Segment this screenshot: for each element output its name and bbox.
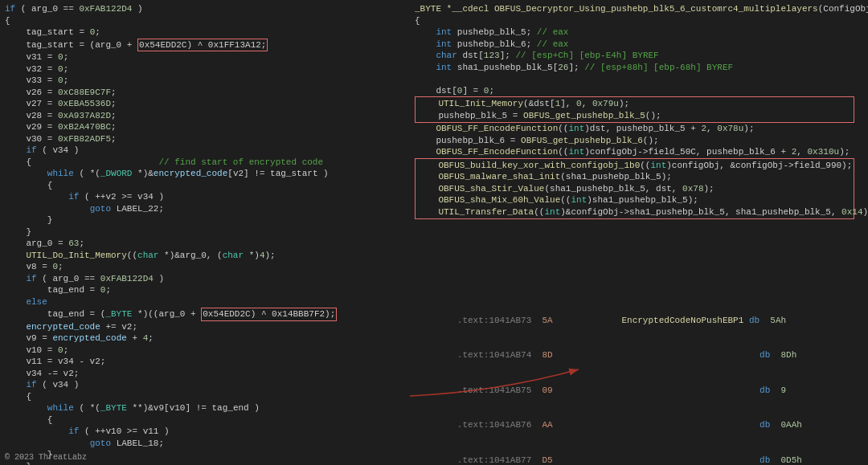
asm-line: .text:1041AB77 D5 db 0D5h [415, 443, 863, 465]
code-line: while ( *(_BYTE **)&v9[v10] != tag_end ) [5, 402, 405, 414]
code-line: v30 = 0xFB82ADF5; [5, 133, 405, 145]
code-line: v11 = v34 - v2; [5, 356, 405, 368]
code-line: dst[0] = 0; [415, 85, 863, 97]
code-line: OBFUS_sha_Stir_Value(sha1_pushebp_blk_5,… [417, 183, 852, 195]
code-line: tag_end = (_BYTE *)((arg_0 + 0x54EDD2C) … [5, 308, 405, 321]
code-line: OBFUS_malware_sha1_init(sha1_pushebp_blk… [417, 171, 852, 183]
code-line: v28 = 0xA937A82D; [5, 110, 405, 122]
code-line: if ( v34 ) [5, 145, 405, 157]
right-panel: _BYTE *__cdecl OBFUS_Decryptor_Using_pus… [410, 0, 868, 465]
code-line: v32 = 0; [5, 63, 405, 75]
highlight-block-1: UTIL_Init_Memory(&dst[1], 0, 0x79u); pus… [415, 96, 854, 123]
asm-line: .text:1041AB76 AA db 0AAh [415, 408, 863, 443]
code-line: v29 = 0xB2A470BC; [5, 121, 405, 133]
code-line: { [415, 15, 863, 27]
asm-line: .text:1041AB73 5A EncryptedCodeNoPushEBP… [415, 303, 863, 338]
code-line: else [5, 296, 405, 308]
code-line: v8 = 0; [5, 261, 405, 273]
right-top-code: _BYTE *__cdecl OBFUS_Decryptor_Using_pus… [415, 3, 863, 219]
code-line: } [5, 214, 405, 226]
code-line: { [5, 414, 405, 426]
code-line: while ( *(_DWORD *)&encrypted_code[v2] !… [5, 168, 405, 180]
code-line: int pushebp_blk_6; // eax [415, 39, 863, 51]
code-line [415, 73, 863, 85]
code-line: v31 = 0; [5, 51, 405, 63]
code-line: OBFUS_sha_Mix_60h_Value((int)sha1_pusheb… [417, 194, 852, 206]
code-line: UTIL_Transfer_Data((int)&configObj->sha1… [417, 206, 852, 218]
code-line: tag_start = (arg_0 + 0x54EDD2C) ^ 0x1FF1… [5, 39, 405, 52]
code-line: tag_end = 0; [5, 284, 405, 296]
code-line: UTIL_Do_Init_Memory((char *)&arg_0, (cha… [5, 250, 405, 262]
code-line: int pushebp_blk_5; // eax [415, 27, 863, 39]
code-line: _BYTE *__cdecl OBFUS_Decryptor_Using_pus… [415, 3, 863, 15]
asm-line: .text:1041AB75 09 db 9 [415, 373, 863, 408]
footer-copyright: © 2023 ThreatLabz [5, 453, 87, 462]
code-line: { [5, 15, 405, 27]
code-line: pushebp_blk_6 = OBFUS_get_pushebp_blk_6(… [415, 135, 863, 147]
code-line: { [5, 180, 405, 192]
asm-line: .text:1041AB74 8D db 8Dh [415, 338, 863, 373]
code-line: OBFUS_build_key_xor_with_configobj_1b0((… [417, 160, 852, 172]
code-line: v34 -= v2; [5, 368, 405, 380]
code-line: pushebp_blk_5 = OBFUS_get_pushebp_blk_5(… [417, 110, 852, 122]
code-line: v33 = 0; [5, 75, 405, 87]
spacer [415, 222, 863, 303]
code-line: tag_start = 0; [5, 27, 405, 39]
code-line: char dst[123]; // [esp+Ch] [ebp-E4h] BYR… [415, 50, 863, 62]
code-line: OBFUS_FF_EncodeFunction((int)configObj->… [415, 146, 863, 158]
code-line: if ( arg_0 == 0xFAB122D4 ) [5, 273, 405, 285]
code-line: encrypted_code += v2; [5, 321, 405, 333]
code-line: { // find start of encrypted code [5, 157, 405, 169]
left-panel: if ( arg_0 == 0xFAB122D4 ) { tag_start =… [0, 0, 410, 465]
code-line: } [5, 226, 405, 239]
code-line: if ( ++v2 >= v34 ) [5, 191, 405, 203]
code-line: v27 = 0xEBA5536D; [5, 98, 405, 110]
right-bottom-asm: .text:1041AB73 5A EncryptedCodeNoPushEBP… [415, 303, 863, 465]
code-line: if ( arg_0 == 0xFAB122D4 ) [5, 3, 405, 15]
code-line: int sha1_pushebp_blk_5[26]; // [esp+88h]… [415, 62, 863, 74]
code-line: if ( ++v10 >= v11 ) [5, 426, 405, 438]
code-line: arg_0 = 63; [5, 238, 405, 250]
main-container: if ( arg_0 == 0xFAB122D4 ) { tag_start =… [0, 0, 868, 465]
code-line: if ( v34 ) [5, 379, 405, 391]
highlight-block-2: OBFUS_build_key_xor_with_configobj_1b0((… [415, 158, 854, 220]
code-line: OBFUS_FF_EncodeFunction((int)dst, pusheb… [415, 123, 863, 135]
code-line: UTIL_Init_Memory(&dst[1], 0, 0x79u); [417, 98, 852, 110]
code-line: goto LABEL_18; [5, 438, 405, 450]
code-line: goto LABEL_22; [5, 203, 405, 215]
code-line: v26 = 0xC88E9C7F; [5, 87, 405, 99]
code-line: { [5, 391, 405, 403]
code-line: v10 = 0; [5, 345, 405, 357]
code-line: v9 = encrypted_code + 4; [5, 332, 405, 345]
